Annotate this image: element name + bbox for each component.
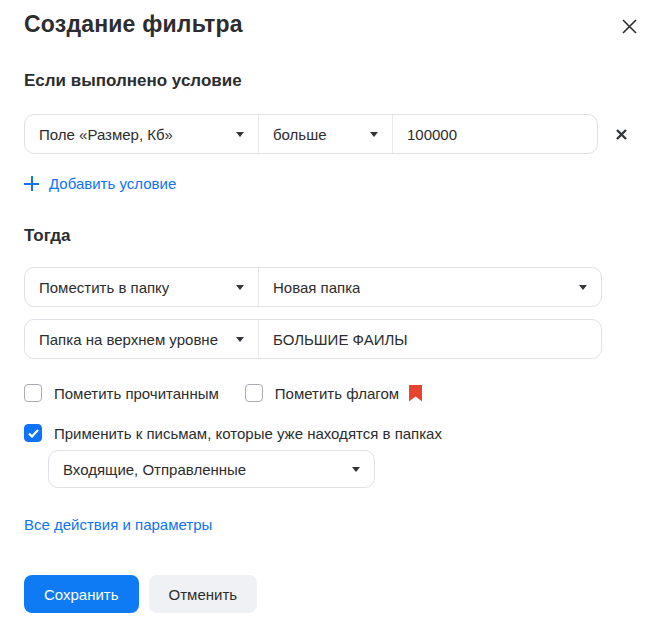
create-filter-dialog: Создание фильтра Если выполнено условие … [0, 0, 658, 613]
mark-flag-checkbox[interactable] [245, 384, 263, 402]
folder-row-box: Папка на верхнем уровне [24, 319, 602, 359]
all-actions-link[interactable]: Все действия и параметры [24, 516, 212, 533]
apply-folders-select[interactable]: Входящие, Отправленные [48, 450, 375, 488]
action-section-heading: Тогда [24, 226, 634, 246]
apply-existing-option[interactable]: Применить к письмам, которые уже находят… [24, 424, 442, 442]
dialog-title: Создание фильтра [24, 11, 243, 38]
chevron-down-icon [370, 132, 378, 137]
close-icon [622, 19, 637, 34]
plus-icon [24, 176, 39, 191]
flag-icon [409, 385, 422, 402]
add-condition-link[interactable]: Добавить условие [24, 175, 176, 192]
condition-field-select[interactable]: Поле «Размер, Кб» [25, 115, 259, 153]
action-type-value: Поместить в папку [39, 279, 169, 296]
close-button[interactable] [617, 14, 641, 38]
folder-level-select[interactable]: Папка на верхнем уровне [25, 320, 259, 358]
folder-name-input[interactable] [273, 320, 587, 358]
remove-condition-icon [616, 129, 627, 140]
action-row-box: Поместить в папку Новая папка [24, 267, 602, 307]
dialog-footer: Сохранить Отменить [24, 575, 634, 613]
condition-value-cell [393, 115, 597, 153]
action-row: Поместить в папку Новая папка [24, 267, 634, 307]
cancel-button[interactable]: Отменить [149, 575, 258, 613]
mark-flag-label: Пометить флагом [275, 385, 399, 402]
action-type-select[interactable]: Поместить в папку [25, 268, 259, 306]
mark-read-label: Пометить прочитанным [54, 385, 219, 402]
mark-read-option[interactable]: Пометить прочитанным [24, 384, 219, 402]
chevron-down-icon [236, 285, 244, 290]
condition-row-box: Поле «Размер, Кб» больше [24, 114, 598, 154]
folder-name-cell [259, 320, 601, 358]
folder-level-value: Папка на верхнем уровне [39, 331, 218, 348]
apply-folders-value: Входящие, Отправленные [63, 461, 246, 478]
condition-row: Поле «Размер, Кб» больше [24, 114, 634, 154]
chevron-down-icon [236, 132, 244, 137]
remove-condition-button[interactable] [608, 121, 634, 147]
folder-row: Папка на верхнем уровне [24, 319, 634, 359]
dialog-header: Создание фильтра [24, 0, 634, 38]
target-folder-select[interactable]: Новая папка [259, 268, 601, 306]
add-condition-label: Добавить условие [49, 175, 176, 192]
apply-folders-segment[interactable]: Входящие, Отправленные [49, 451, 374, 487]
chevron-down-icon [236, 337, 244, 342]
condition-field-value: Поле «Размер, Кб» [39, 126, 173, 143]
apply-existing-checkbox[interactable] [24, 424, 42, 442]
save-button[interactable]: Сохранить [24, 575, 139, 613]
condition-operator-value: больше [273, 126, 327, 143]
check-icon [28, 429, 39, 438]
target-folder-value: Новая папка [273, 279, 360, 296]
mark-read-checkbox[interactable] [24, 384, 42, 402]
condition-section-heading: Если выполнено условие [24, 71, 634, 91]
apply-existing-row: Применить к письмам, которые уже находят… [24, 424, 634, 442]
condition-value-input[interactable] [407, 115, 583, 153]
apply-existing-label: Применить к письмам, которые уже находят… [54, 425, 442, 442]
chevron-down-icon [352, 467, 360, 472]
mark-options-row: Пометить прочитанным Пометить флагом [24, 384, 634, 402]
condition-operator-select[interactable]: больше [259, 115, 393, 153]
mark-flag-option[interactable]: Пометить флагом [245, 384, 422, 402]
chevron-down-icon [579, 285, 587, 290]
